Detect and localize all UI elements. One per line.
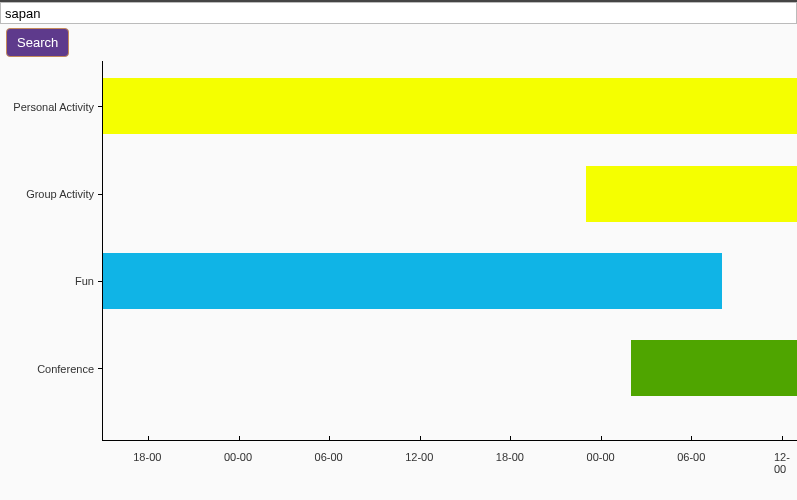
plot-area [102,61,797,441]
x-axis-label: 12-00 [405,451,433,463]
search-button[interactable]: Search [6,28,69,57]
search-input[interactable] [0,2,797,24]
x-axis-label: 00-00 [587,451,615,463]
x-axis-label: 18-00 [133,451,161,463]
x-axis-label: 18-00 [496,451,524,463]
search-bar: Search [0,2,797,61]
y-axis-label: Conference [37,363,94,375]
y-axis-label: Fun [75,275,94,287]
x-axis-labels: 18-0000-0006-0012-0018-0000-0006-0012-00 [102,451,797,467]
x-axis-tick [420,436,421,441]
y-axis-labels: Personal ActivityGroup ActivityFunConfer… [0,61,100,441]
y-axis-tick [98,194,103,195]
x-axis-tick [239,436,240,441]
x-axis-tick [329,436,330,441]
y-axis-tick [98,368,103,369]
gantt-bar [103,78,797,134]
x-axis-tick [782,436,783,441]
x-axis-label: 00-00 [224,451,252,463]
gantt-chart: Personal ActivityGroup ActivityFunConfer… [0,61,797,500]
gantt-bar [586,166,797,222]
x-axis-tick [510,436,511,441]
x-axis-tick [691,436,692,441]
x-axis-tick [601,436,602,441]
y-axis-label: Group Activity [26,188,94,200]
x-axis-label: 06-00 [315,451,343,463]
gantt-bar [103,253,722,309]
gantt-bar [631,340,797,396]
x-axis-tick [148,436,149,441]
x-axis-label: 06-00 [677,451,705,463]
y-axis-label: Personal Activity [13,101,94,113]
x-axis-label: 12-00 [774,451,790,475]
